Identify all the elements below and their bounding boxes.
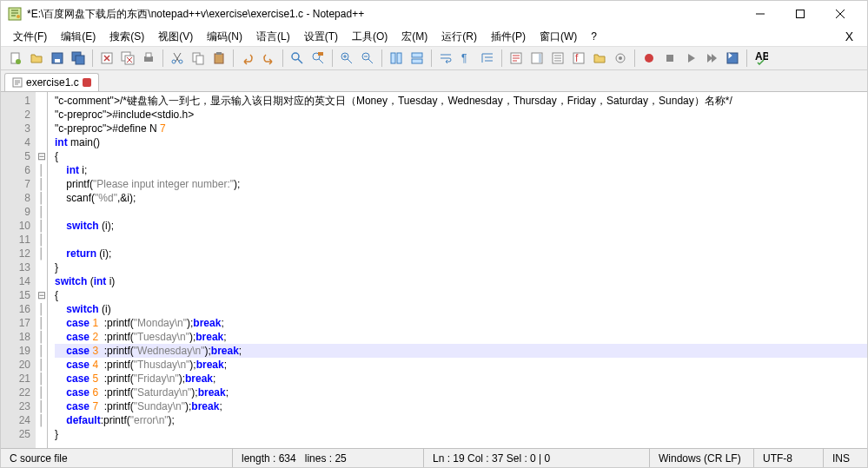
svg-point-4: [16, 59, 21, 64]
status-filetype: C source file: [1, 449, 233, 467]
menu-window[interactable]: 窗口(W): [533, 28, 584, 46]
menu-settings[interactable]: 设置(T): [297, 28, 345, 46]
toolbar: ¶ f ABC: [1, 46, 867, 70]
svg-rect-17: [196, 56, 203, 64]
find-button[interactable]: [288, 49, 307, 68]
toolbar-separator: [501, 49, 502, 67]
app-icon: [8, 7, 22, 21]
macro-stop-button[interactable]: [660, 49, 679, 68]
menu-language[interactable]: 语言(L): [249, 28, 297, 46]
menu-help[interactable]: ?: [584, 29, 604, 44]
tab-bar: exercise1.c: [1, 70, 867, 91]
menubar: 文件(F) 编辑(E) 搜索(S) 视图(V) 编码(N) 语言(L) 设置(T…: [1, 27, 867, 46]
monitoring-button[interactable]: [611, 49, 630, 68]
maximize-button[interactable]: [780, 1, 820, 27]
svg-point-37: [619, 56, 622, 60]
toolbar-separator: [282, 49, 283, 67]
zoom-out-button[interactable]: [358, 49, 377, 68]
tab-exercise1[interactable]: exercise1.c: [4, 73, 99, 91]
svg-point-38: [645, 54, 653, 63]
print-button[interactable]: [139, 49, 158, 68]
menu-view[interactable]: 视图(V): [151, 28, 200, 46]
redo-button[interactable]: [259, 49, 278, 68]
minimize-button[interactable]: [740, 1, 780, 27]
macro-save-button[interactable]: [723, 49, 742, 68]
toolbar-separator: [746, 49, 747, 67]
window-title: *E:\百度网盘下载后的东西\notepad++v\exercise\exerc…: [27, 7, 740, 22]
menu-edit[interactable]: 编辑(E): [54, 28, 103, 46]
sync-h-button[interactable]: [407, 49, 427, 68]
svg-point-15: [179, 60, 182, 63]
spellcheck-button[interactable]: ABC: [752, 49, 771, 68]
close-button[interactable]: [820, 1, 860, 27]
cut-button[interactable]: [168, 49, 187, 68]
toolbar-separator: [431, 49, 432, 67]
svg-rect-25: [391, 53, 395, 63]
undo-button[interactable]: [238, 49, 257, 68]
doclist-button[interactable]: [548, 49, 567, 68]
save-button[interactable]: [48, 49, 67, 68]
svg-rect-22: [318, 52, 323, 56]
file-icon: [12, 77, 23, 88]
svg-rect-18: [215, 54, 223, 63]
menu-file[interactable]: 文件(F): [6, 28, 54, 46]
line-numbers: 1234567891011121314151617181920212223242…: [1, 92, 36, 448]
new-file-button[interactable]: [6, 49, 25, 68]
statusbar: C source file length : 634 lines : 25 Ln…: [1, 448, 867, 467]
docmap-button[interactable]: [527, 49, 547, 68]
macro-play-multi-button[interactable]: [702, 49, 721, 68]
code-area[interactable]: "c-comment">/*键盘输入一到七，显示输入该日期对应的英文日（Mone…: [48, 92, 867, 448]
menubar-close-icon[interactable]: X: [837, 30, 862, 43]
titlebar: *E:\百度网盘下载后的东西\notepad++v\exercise\exerc…: [1, 1, 867, 27]
svg-rect-32: [539, 54, 541, 63]
sync-v-button[interactable]: [387, 49, 406, 68]
menu-run[interactable]: 运行(R): [434, 28, 484, 46]
toolbar-separator: [332, 49, 333, 67]
svg-rect-2: [797, 10, 805, 18]
replace-button[interactable]: [308, 49, 328, 68]
funclist-button[interactable]: f: [569, 49, 588, 68]
status-encoding[interactable]: UTF-8: [754, 449, 824, 467]
toolbar-separator: [92, 49, 93, 67]
svg-point-20: [292, 53, 299, 60]
toolbar-separator: [381, 49, 382, 67]
svg-point-14: [172, 60, 176, 63]
tab-label: exercise1.c: [26, 76, 79, 89]
toolbar-separator: [233, 49, 234, 67]
fold-column[interactable]: ⊟│││││││⊟│││││││││: [36, 92, 48, 448]
status-eol[interactable]: Windows (CR LF): [650, 449, 754, 467]
status-length: length : 634 lines : 25: [233, 449, 424, 467]
wordwrap-button[interactable]: [436, 49, 455, 68]
menu-encoding[interactable]: 编码(N): [200, 28, 249, 46]
menu-plugins[interactable]: 插件(P): [484, 28, 533, 46]
svg-rect-26: [397, 53, 401, 63]
toolbar-separator: [162, 49, 163, 67]
svg-rect-39: [666, 55, 673, 62]
close-all-button[interactable]: [118, 49, 137, 68]
folder-workspace-button[interactable]: [590, 49, 609, 68]
menu-search[interactable]: 搜索(S): [103, 28, 151, 46]
menu-tools[interactable]: 工具(O): [345, 28, 394, 46]
unsaved-indicator-icon: [83, 78, 91, 87]
svg-rect-6: [55, 59, 60, 63]
svg-text:ABC: ABC: [755, 51, 768, 63]
editor[interactable]: 1234567891011121314151617181920212223242…: [1, 91, 867, 448]
menu-macro[interactable]: 宏(M): [394, 28, 434, 46]
svg-text:¶: ¶: [461, 52, 467, 64]
indent-guide-button[interactable]: [478, 49, 497, 68]
save-all-button[interactable]: [69, 49, 88, 68]
svg-rect-28: [412, 59, 422, 63]
macro-play-button[interactable]: [681, 49, 700, 68]
close-file-button[interactable]: [97, 49, 116, 68]
svg-rect-8: [76, 56, 84, 64]
macro-record-button[interactable]: [639, 49, 659, 68]
zoom-in-button[interactable]: [337, 49, 356, 68]
udl-button[interactable]: [507, 49, 526, 68]
svg-rect-19: [216, 52, 222, 55]
show-all-chars-button[interactable]: ¶: [457, 49, 476, 68]
copy-button[interactable]: [189, 49, 208, 68]
paste-button[interactable]: [209, 49, 229, 68]
status-mode[interactable]: INS: [824, 449, 867, 467]
open-file-button[interactable]: [27, 49, 46, 68]
svg-rect-27: [412, 53, 422, 57]
